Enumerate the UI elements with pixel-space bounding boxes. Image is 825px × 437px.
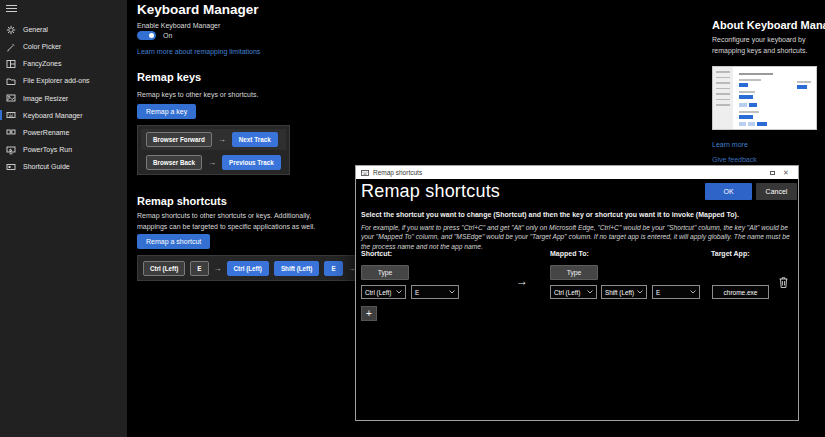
eyedropper-icon	[6, 42, 16, 52]
mapped-type-button[interactable]: Type	[550, 265, 598, 280]
rename-icon	[6, 127, 16, 137]
sidebar-item-general[interactable]: General	[0, 21, 127, 38]
enable-keyboard-manager-label: Enable Keyboard Manager	[137, 22, 220, 29]
remap-shortcuts-heading: Remap shortcuts	[137, 195, 227, 207]
dialog-instruction: Select the shortcut you want to change (…	[361, 211, 797, 218]
mapped-key-dropdown-1[interactable]: Ctrl (Left)	[550, 285, 597, 299]
chevron-down-icon	[587, 290, 593, 294]
sidebar-item-fancyzones[interactable]: FancyZones	[0, 55, 127, 72]
original-shortcut-key: E	[190, 261, 208, 276]
remapping-limitations-link[interactable]: Learn more about remapping limitations	[137, 48, 260, 55]
sidebar-item-keyboard-manager[interactable]: Keyboard Manager	[0, 107, 127, 124]
shortcut-icon	[6, 162, 16, 172]
about-thumbnail	[712, 66, 817, 130]
about-description: Reconfigure your keyboard by remapping k…	[712, 35, 818, 56]
keyboard-icon	[6, 110, 16, 120]
shortcut-key-dropdown-2[interactable]: E	[411, 285, 459, 299]
toggle-knob	[149, 33, 154, 38]
hamburger-menu-button[interactable]	[6, 5, 17, 13]
mapped-key-dropdown-2[interactable]: Shift (Left)	[601, 285, 647, 299]
dropdown-value: E	[415, 289, 419, 296]
key-mappings-panel: Browser Forward → Next Track Browser Bac…	[137, 125, 290, 175]
dialog-titlebar[interactable]: Remap shortcuts ✕	[356, 166, 798, 179]
chevron-down-icon	[449, 290, 455, 294]
sidebar-item-shortcut-guide[interactable]: Shortcut Guide	[0, 158, 127, 175]
mapped-shortcut-key: Ctrl (Left)	[227, 261, 269, 276]
keyboard-icon	[361, 170, 369, 176]
sidebar-item-color-picker[interactable]: Color Picker	[0, 38, 127, 55]
sidebar-item-label: Keyboard Manager	[23, 112, 83, 119]
target-app-column-header: Target App:	[711, 250, 750, 257]
ok-button[interactable]: OK	[705, 183, 752, 200]
dialog-title: Remap shortcuts	[373, 169, 765, 176]
sidebar-item-label: Color Picker	[23, 43, 61, 50]
about-learn-more-link[interactable]: Learn more	[712, 141, 748, 148]
delete-row-button[interactable]	[777, 276, 790, 291]
chevron-down-icon	[396, 290, 402, 294]
sidebar-nav: General Color Picker FancyZones File Exp…	[0, 21, 127, 175]
mapped-shortcut-key: E	[324, 261, 342, 276]
remap-keys-description: Remap keys to other keys or shortcuts.	[137, 90, 258, 101]
remap-keys-heading: Remap keys	[137, 71, 201, 83]
key-mapping-row[interactable]: Browser Back → Previous Track	[141, 152, 286, 173]
page-title: Keyboard Manager	[137, 2, 259, 17]
original-shortcut-key: Ctrl (Left)	[143, 261, 185, 276]
sidebar-item-powertoys-run[interactable]: PowerToys Run	[0, 141, 127, 158]
dropdown-value: Ctrl (Left)	[365, 289, 391, 296]
shortcut-key-dropdown-1[interactable]: Ctrl (Left)	[361, 285, 406, 299]
sidebar-item-label: FancyZones	[23, 60, 62, 67]
dropdown-value: Shift (Left)	[605, 289, 634, 296]
remap-shortcuts-dialog: Remap shortcuts ✕ Remap shortcuts OK Can…	[355, 165, 799, 421]
arrow-right-icon: →	[516, 274, 528, 288]
sidebar-item-file-explorer[interactable]: File Explorer add-ons	[0, 72, 127, 89]
enable-toggle-row: On	[137, 31, 172, 40]
arrow-right-icon: →	[208, 158, 216, 167]
mapped-key: Previous Track	[222, 155, 281, 170]
dropdown-value: Ctrl (Left)	[554, 289, 580, 296]
sidebar: General Color Picker FancyZones File Exp…	[0, 0, 127, 437]
close-button[interactable]: ✕	[779, 167, 793, 178]
shortcut-column-header: Shortcut:	[361, 250, 392, 257]
toggle-state-label: On	[163, 32, 172, 39]
mapped-key-dropdown-3[interactable]: E	[652, 285, 700, 299]
cancel-button[interactable]: Cancel	[756, 183, 797, 200]
original-key: Browser Back	[146, 155, 202, 170]
chevron-down-icon	[637, 290, 643, 294]
mapped-to-column-header: Mapped To:	[550, 250, 589, 257]
remap-a-shortcut-button[interactable]: Remap a shortcut	[137, 234, 210, 249]
sidebar-item-label: PowerRename	[23, 129, 69, 136]
give-feedback-link[interactable]: Give feedback	[712, 156, 757, 163]
add-shortcut-remap-button[interactable]: +	[361, 306, 377, 321]
dropdown-value: E	[656, 289, 660, 296]
folder-icon	[6, 76, 16, 86]
maximize-button[interactable]	[765, 167, 779, 178]
remap-a-key-button[interactable]: Remap a key	[137, 104, 196, 119]
sidebar-item-label: Shortcut Guide	[23, 163, 70, 170]
about-heading: About Keyboard Manager	[712, 19, 825, 31]
powertoys-settings-window: General Color Picker FancyZones File Exp…	[0, 0, 825, 437]
mapped-shortcut-key: Shift (Left)	[274, 261, 319, 276]
arrow-right-icon: →	[214, 264, 222, 273]
image-icon	[6, 93, 16, 103]
key-mapping-row[interactable]: Browser Forward → Next Track	[141, 129, 286, 150]
target-app-input[interactable]	[712, 285, 769, 299]
chevron-down-icon	[690, 290, 696, 294]
gear-icon	[6, 25, 16, 35]
sidebar-item-image-resizer[interactable]: Image Resizer	[0, 90, 127, 107]
trash-icon	[778, 276, 789, 289]
sidebar-item-label: File Explorer add-ons	[23, 77, 90, 84]
layout-icon	[6, 59, 16, 69]
mapped-key: Next Track	[232, 132, 278, 147]
launch-icon	[6, 145, 16, 155]
arrow-right-icon: →	[218, 135, 226, 144]
original-key: Browser Forward	[146, 132, 212, 147]
sidebar-item-label: Image Resizer	[23, 95, 68, 102]
sidebar-item-label: PowerToys Run	[23, 146, 72, 153]
sidebar-item-powerrename[interactable]: PowerRename	[0, 124, 127, 141]
enable-toggle[interactable]	[137, 31, 156, 40]
sidebar-item-label: General	[23, 26, 48, 33]
dialog-example-text: For example, if you want to press "Ctrl+…	[361, 223, 797, 251]
remap-shortcuts-description: Remap shortcuts to other shortcuts or ke…	[137, 211, 342, 232]
dialog-heading: Remap shortcuts	[361, 181, 500, 202]
shortcut-type-button[interactable]: Type	[361, 265, 409, 280]
